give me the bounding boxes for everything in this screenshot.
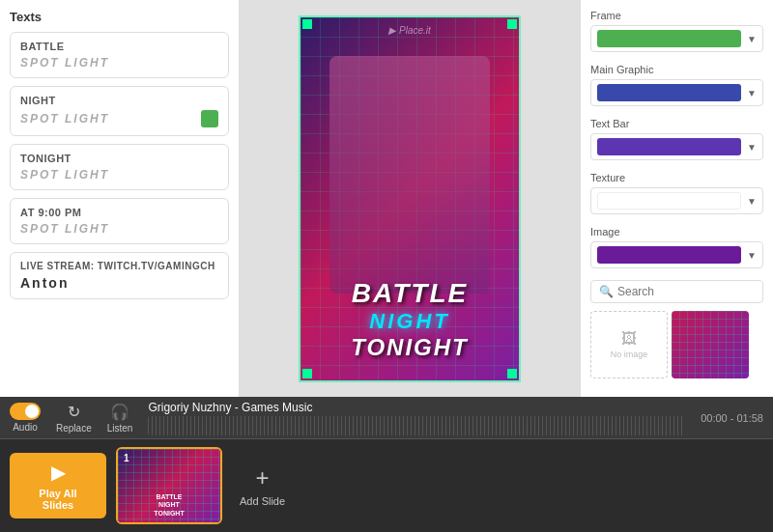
audio-toggle <box>10 403 41 420</box>
slides-row: ▶ Play All Slides 1 BATTLE NIGHT TONIGHT <box>0 439 773 532</box>
audio-toggle-btn[interactable]: Audio <box>10 403 41 433</box>
no-image-box: 🖼 No image <box>590 311 668 378</box>
image-gallery: 🖼 No image <box>590 311 763 378</box>
search-icon: 🔍 <box>599 285 614 298</box>
main-graphic-section: Main Graphic ▼ <box>590 64 763 106</box>
canvas-background: ▶ Place.it BATTLE NIGHT TONIGHT <box>301 17 519 380</box>
watermark: ▶ Place.it <box>388 25 431 36</box>
texture-section: Texture ▼ <box>590 172 763 214</box>
frame-color-swatch <box>597 30 741 47</box>
toggle-switch[interactable] <box>10 403 41 420</box>
play-icon: ▶ <box>51 461 66 484</box>
text-bar-section: Text Bar ▼ <box>590 118 763 160</box>
image-swatch <box>597 246 741 264</box>
text-item-stream[interactable]: LIVE STREAM: TWITCH.TV/GAMINGCH Anton <box>10 252 229 299</box>
text-label-battle: BATTLE <box>20 41 218 52</box>
text-bar-label: Text Bar <box>590 118 763 129</box>
text-style-time: SPOT LIGHT <box>20 222 218 236</box>
toggle-knob <box>25 405 39 418</box>
text-bar-chevron-icon: ▼ <box>747 142 757 153</box>
waveform <box>148 416 685 435</box>
figure-silhouette <box>329 56 490 294</box>
image-label: Image <box>590 226 763 238</box>
play-all-label: Play All Slides <box>25 488 91 511</box>
play-all-button[interactable]: ▶ Play All Slides <box>10 453 106 518</box>
frame-label: Frame <box>590 10 763 21</box>
replace-btn[interactable]: ↻ Replace <box>56 403 92 434</box>
text-bar-swatch <box>597 138 741 155</box>
add-slide-label: Add Slide <box>240 495 285 507</box>
text-item-battle[interactable]: BATTLE SPOT LIGHT <box>10 32 229 78</box>
text-style-battle: SPOT LIGHT <box>20 56 218 70</box>
image-color-select[interactable]: ▼ <box>590 241 763 268</box>
text-label-night: NIGHT <box>20 95 218 106</box>
text-style-night: SPOT LIGHT <box>20 110 218 127</box>
listen-label: Listen <box>107 423 133 434</box>
main-area: Texts BATTLE SPOT LIGHT NIGHT SPOT LIGHT… <box>0 0 773 397</box>
thumb-preview <box>672 311 749 378</box>
track-time: 00:00 - 01:58 <box>701 412 763 424</box>
slide-number: 1 <box>124 453 129 463</box>
track-name: Grigoriy Nuzhny - Games Music <box>148 401 685 414</box>
audio-controls-row: Audio ↻ Replace 🎧 Listen Grigoriy Nuzhny… <box>0 397 773 439</box>
text-label-tonight: TONIGHT <box>20 153 218 164</box>
text-style-stream: Anton <box>20 275 218 291</box>
listen-btn[interactable]: 🎧 Listen <box>107 403 133 434</box>
text-label-stream: LIVE STREAM: TWITCH.TV/GAMINGCH <box>20 261 218 271</box>
canvas-area: ▶ Place.it BATTLE NIGHT TONIGHT <box>240 0 580 397</box>
text-item-tonight[interactable]: TONIGHT SPOT LIGHT <box>10 144 229 190</box>
text-label-time: AT 9:00 PM <box>20 207 218 218</box>
replace-label: Replace <box>56 423 92 434</box>
thumb-grid <box>672 311 749 378</box>
image-chevron-icon: ▼ <box>747 250 757 261</box>
no-image-label: No image <box>611 350 648 359</box>
audio-track-info: Grigoriy Nuzhny - Games Music <box>148 401 685 435</box>
main-graphic-label: Main Graphic <box>590 64 763 75</box>
plus-icon: + <box>256 464 270 491</box>
search-input[interactable] <box>617 285 755 298</box>
text-style-tonight: SPOT LIGHT <box>20 168 218 182</box>
main-graphic-chevron-icon: ▼ <box>747 88 757 98</box>
frame-section: Frame ▼ <box>590 10 763 52</box>
left-panel: Texts BATTLE SPOT LIGHT NIGHT SPOT LIGHT… <box>0 0 240 397</box>
text-bar-color-select[interactable]: ▼ <box>590 133 763 160</box>
slide-mini-text: BATTLE NIGHT TONIGHT <box>154 493 184 518</box>
slide-item-1[interactable]: 1 BATTLE NIGHT TONIGHT <box>116 447 222 524</box>
headphone-icon: 🎧 <box>110 403 129 421</box>
corner-tr <box>507 19 517 29</box>
canvas-tonight-text: TONIGHT <box>301 334 519 361</box>
canvas-night-text: NIGHT <box>301 309 519 334</box>
main-graphic-swatch <box>597 84 741 101</box>
audio-label: Audio <box>13 422 38 433</box>
corner-tl <box>302 19 312 29</box>
slide-preview-grid: BATTLE NIGHT TONIGHT <box>118 449 220 522</box>
corner-bl <box>302 369 312 378</box>
image-section: Image ▼ <box>590 226 763 268</box>
canvas-battle-text: BATTLE <box>301 278 519 309</box>
texture-color-select[interactable]: ▼ <box>590 187 763 214</box>
corner-bottom-decoration <box>301 367 519 380</box>
bottom-bar: Audio ↻ Replace 🎧 Listen Grigoriy Nuzhny… <box>0 397 773 532</box>
text-item-night[interactable]: NIGHT SPOT LIGHT <box>10 86 229 136</box>
replace-icon: ↻ <box>68 403 80 421</box>
right-panel: Frame ▼ Main Graphic ▼ Text Bar <box>580 0 773 397</box>
app-container: Texts BATTLE SPOT LIGHT NIGHT SPOT LIGHT… <box>0 0 773 532</box>
style-badge <box>201 110 218 127</box>
frame-chevron-icon: ▼ <box>747 34 757 44</box>
texture-swatch <box>597 192 741 210</box>
texts-title: Texts <box>10 10 229 24</box>
texture-label: Texture <box>590 172 763 183</box>
add-slide-button[interactable]: + Add Slide <box>232 457 293 515</box>
no-image-icon: 🖼 <box>621 330 637 348</box>
canvas-wrapper: ▶ Place.it BATTLE NIGHT TONIGHT <box>299 15 521 382</box>
image-thumbnail[interactable] <box>672 311 749 378</box>
main-graphic-color-select[interactable]: ▼ <box>590 79 763 106</box>
frame-color-select[interactable]: ▼ <box>590 25 763 52</box>
search-box[interactable]: 🔍 <box>590 280 763 303</box>
corner-br <box>507 369 517 378</box>
text-item-time[interactable]: AT 9:00 PM SPOT LIGHT <box>10 198 229 244</box>
canvas-text-overlay: BATTLE NIGHT TONIGHT <box>301 278 519 361</box>
slide-preview: BATTLE NIGHT TONIGHT <box>118 449 220 522</box>
texture-chevron-icon: ▼ <box>747 196 757 207</box>
